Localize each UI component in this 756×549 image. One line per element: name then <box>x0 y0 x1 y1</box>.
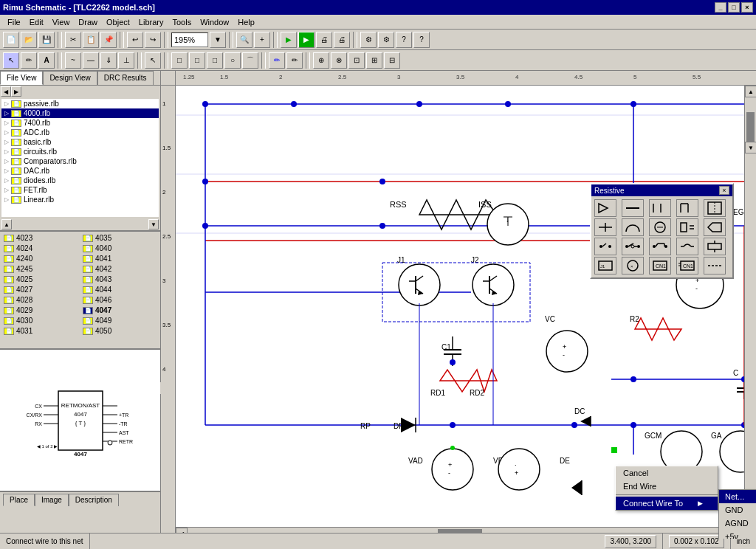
scroll-up-button[interactable]: ▲ <box>745 86 756 97</box>
panel-icon-18[interactable]: CN1 <box>649 257 671 274</box>
panel-icon-9[interactable] <box>676 218 698 236</box>
panel-icon-20[interactable] <box>704 257 726 274</box>
ctx-cancel[interactable]: Cancel <box>616 466 718 480</box>
misc5-button[interactable]: ⊟ <box>384 52 400 69</box>
tree-item-passive[interactable]: ▷ 📄 passive.rlb <box>1 99 159 108</box>
draw9-button[interactable]: ○ <box>224 52 241 69</box>
schematic-area[interactable]: 1.25 1.5 2 2.5 3 3.5 4 4.5 5 5.5 1 1.5 2… <box>161 71 756 539</box>
comp-4044[interactable]: 📄 4044 <box>80 285 159 294</box>
panel-icon-15[interactable] <box>704 238 726 255</box>
comp-4047[interactable]: 📄 4047 <box>80 305 159 315</box>
maximize-button[interactable]: □ <box>728 2 740 13</box>
misc2-button[interactable]: ⊗ <box>331 52 347 69</box>
draw2-button[interactable]: — <box>83 52 99 69</box>
tree-item-fet[interactable]: ▷ 📄 FET.rlb <box>1 185 159 195</box>
tab-drc-results[interactable]: DRC Results <box>97 71 154 85</box>
schematic-content[interactable]: RSS ISS ↓ J1 J2 <box>176 86 744 527</box>
tree-item-7400[interactable]: ▷ 📄 7400.rlb <box>1 118 159 128</box>
comp-4025[interactable]: 📄 4025 <box>1 274 80 284</box>
draw6-button[interactable]: □ <box>171 52 188 69</box>
tab-design-view[interactable]: Design View <box>43 71 97 85</box>
panel-icon-8[interactable] <box>649 218 671 236</box>
tree-up[interactable]: ▲ <box>1 219 12 229</box>
color1-button[interactable]: ✏ <box>269 52 285 69</box>
tool2-button[interactable]: ⚙ <box>378 32 394 48</box>
panel-icon-3[interactable] <box>649 199 671 217</box>
comp-4023[interactable]: 📄 4023 <box>1 233 80 243</box>
tab-place[interactable]: Place <box>3 494 35 506</box>
tree-item-adc[interactable]: ▷ 📄 ADC.rlb <box>1 128 159 137</box>
draw5-button[interactable]: ↖ <box>145 52 161 69</box>
tree-item-diodes[interactable]: ▷ 📄 diodes.rlb <box>1 176 159 185</box>
print2-button[interactable]: 🖨 <box>334 32 350 48</box>
zoom-dropdown[interactable]: ▼ <box>210 32 226 48</box>
submenu-header[interactable]: Net... <box>719 490 756 503</box>
tree-scroll-left[interactable]: ◀ <box>1 86 11 97</box>
panel-icon-2[interactable] <box>622 199 644 217</box>
tree-item-comparators[interactable]: ▷ 📄 Comparators.rlb <box>1 156 159 166</box>
draw4-button[interactable]: ⊥ <box>118 52 134 69</box>
undo-button[interactable]: ↩ <box>127 32 143 48</box>
new-button[interactable]: 📄 <box>3 32 19 48</box>
copy-button[interactable]: 📋 <box>83 32 99 48</box>
scroll-right[interactable]: ▲ ▼ <box>744 86 756 527</box>
redo-button[interactable]: ↪ <box>145 32 161 48</box>
panel-close-button[interactable]: × <box>719 186 729 195</box>
comp-4024[interactable]: 📄 4024 <box>1 244 80 253</box>
comp-4049[interactable]: 📄 4049 <box>80 316 159 325</box>
comp-4029[interactable]: 📄 4029 <box>1 305 80 315</box>
tool3-button[interactable]: ? <box>396 32 412 48</box>
run-button[interactable]: ▶ <box>281 32 297 48</box>
menu-view[interactable]: View <box>48 16 75 28</box>
draw10-button[interactable]: ⌒ <box>242 52 258 69</box>
panel-icon-10[interactable] <box>704 218 726 236</box>
tree-item-linear[interactable]: ▷ 📄 Linear.rlb <box>1 195 159 204</box>
comp-4030[interactable]: 📄 4030 <box>1 316 80 325</box>
comp-4035[interactable]: 📄 4035 <box>80 233 159 243</box>
comp-4240[interactable]: 📄 4240 <box>1 254 80 263</box>
submenu-5v[interactable]: +5v <box>719 530 756 539</box>
comp-4041[interactable]: 📄 4041 <box>80 254 159 263</box>
misc3-button[interactable]: ⊡ <box>348 52 365 69</box>
tree-item-circuits[interactable]: ▷ 📄 circuits.rlb <box>1 147 159 156</box>
comp-4042[interactable]: 📄 4042 <box>80 264 159 274</box>
comp-4050[interactable]: 📄 4050 <box>80 326 159 336</box>
wire2-button[interactable]: ~ <box>65 52 81 69</box>
zoom-in-button[interactable]: + <box>254 32 270 48</box>
tool4-button[interactable]: ? <box>413 32 430 48</box>
tree-scroll-right[interactable]: ▶ <box>11 86 21 97</box>
menu-draw[interactable]: Draw <box>74 16 102 28</box>
minimize-button[interactable]: _ <box>715 2 726 13</box>
panel-icon-19[interactable]: CN1 <box>676 257 698 274</box>
panel-icon-5[interactable] <box>704 199 726 217</box>
menu-edit[interactable]: Edit <box>25 16 48 28</box>
paste-button[interactable]: 📌 <box>100 32 117 48</box>
tab-description[interactable]: Description <box>69 494 119 506</box>
color2-button[interactable]: ✏ <box>286 52 303 69</box>
ctx-connect-wire[interactable]: Connect Wire To ▶ <box>616 497 718 510</box>
menu-help[interactable]: Help <box>233 16 259 28</box>
draw3-button[interactable]: ⇓ <box>100 52 117 69</box>
tree-down[interactable]: ▼ <box>148 219 159 229</box>
panel-icon-17[interactable]: × <box>622 257 644 274</box>
tool1-button[interactable]: ⚙ <box>360 32 377 48</box>
save-button[interactable]: 💾 <box>38 32 55 48</box>
comp-4031[interactable]: 📄 4031 <box>1 326 80 336</box>
comp-4245[interactable]: 📄 4245 <box>1 264 80 274</box>
menu-object[interactable]: Object <box>102 16 134 28</box>
sim-button[interactable]: ▶ <box>298 32 315 48</box>
print-button[interactable]: 🖨 <box>316 32 332 48</box>
tab-image[interactable]: Image <box>35 494 69 506</box>
tab-file-view[interactable]: File View <box>0 71 43 85</box>
menu-library[interactable]: Library <box>134 16 168 28</box>
panel-icon-13[interactable] <box>649 238 671 255</box>
panel-icon-1[interactable] <box>594 199 616 217</box>
menu-file[interactable]: File <box>3 16 25 28</box>
comp-4028[interactable]: 📄 4028 <box>1 295 80 305</box>
panel-icon-7[interactable] <box>622 218 644 236</box>
comp-4046[interactable]: 📄 4046 <box>80 295 159 305</box>
menu-window[interactable]: Window <box>196 16 233 28</box>
ctx-end-wire[interactable]: End Wire <box>616 480 718 493</box>
comp-4043[interactable]: 📄 4043 <box>80 274 159 284</box>
select-button[interactable]: ↖ <box>3 52 19 69</box>
